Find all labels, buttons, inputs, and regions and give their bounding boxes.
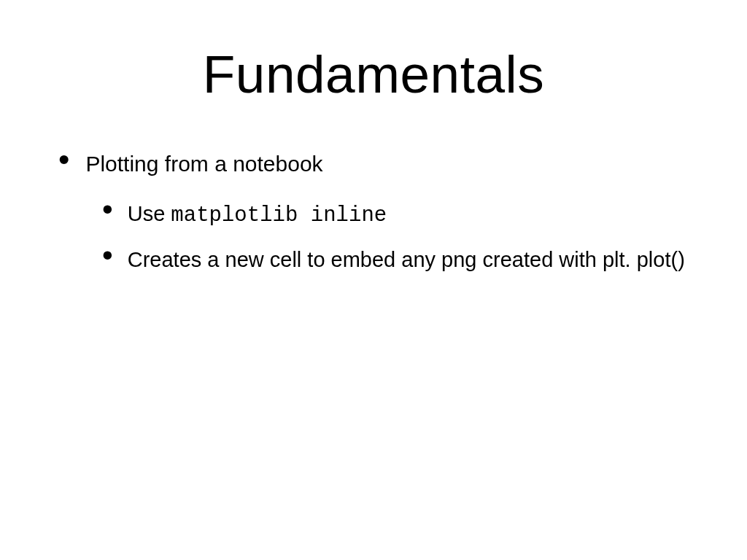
bullet-text: Plotting from a notebook — [85, 148, 322, 178]
list-item: • Creates a new cell to embed any png cr… — [102, 244, 703, 274]
bullet-text: Use matplotlib inline — [128, 198, 387, 230]
bullet-text: Creates a new cell to embed any png crea… — [128, 244, 685, 274]
code-text: matplotlib inline — [171, 203, 387, 228]
bullet-icon: • — [102, 201, 113, 217]
bullet-icon: • — [102, 247, 113, 263]
list-item: • Plotting from a notebook — [58, 148, 703, 178]
slide-content: • Plotting from a notebook • Use matplot… — [0, 148, 747, 274]
bullet-icon: • — [58, 151, 69, 168]
text-prefix: Use — [128, 202, 171, 225]
slide: Fundamentals • Plotting from a notebook … — [0, 0, 747, 560]
list-item: • Use matplotlib inline — [102, 198, 703, 230]
slide-title: Fundamentals — [0, 0, 747, 148]
sublist: • Use matplotlib inline • Creates a new … — [58, 191, 703, 274]
